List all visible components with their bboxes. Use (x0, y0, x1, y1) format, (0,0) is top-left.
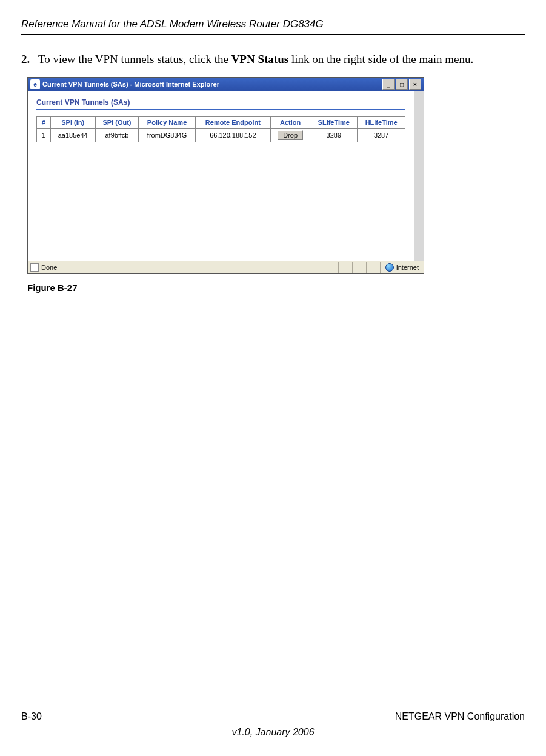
figure-caption: Figure B-27 (27, 283, 525, 293)
page-footer: B-30 NETGEAR VPN Configuration v1.0, Jan… (21, 702, 525, 738)
status-right: Internet (380, 262, 424, 273)
done-icon (30, 263, 39, 272)
browser-content: Current VPN Tunnels (SAs) # SPI (In) SPI… (28, 91, 424, 261)
running-header: Reference Manual for the ADSL Modem Wire… (21, 18, 525, 30)
status-left: Done (28, 263, 338, 272)
table-header-row: # SPI (In) SPI (Out) Policy Name Remote … (37, 117, 405, 129)
minimize-button[interactable]: _ (382, 79, 395, 90)
ie-icon: e (30, 79, 40, 89)
status-bar: Done Internet (28, 261, 424, 273)
panel-divider (36, 109, 405, 110)
status-cell (366, 262, 380, 273)
cell-policy: fromDG834G (139, 129, 196, 142)
step-number: 2. (21, 53, 38, 66)
cell-num: 1 (37, 129, 51, 142)
system-buttons: _ □ × (382, 79, 421, 90)
col-hlife: HLifeTime (358, 117, 405, 129)
header-rule (21, 34, 525, 35)
vpn-tunnels-table: # SPI (In) SPI (Out) Policy Name Remote … (36, 116, 405, 142)
window-title: Current VPN Tunnels (SAs) - Microsoft In… (42, 81, 382, 88)
step-2: 2. To view the VPN tunnels status, click… (21, 53, 525, 66)
status-cell (352, 262, 366, 273)
col-slife: SLifeTime (310, 117, 358, 129)
cell-remote: 66.120.188.152 (195, 129, 270, 142)
step-pre: To view the VPN tunnels status, click th… (38, 53, 231, 65)
browser-window: e Current VPN Tunnels (SAs) - Microsoft … (27, 77, 424, 274)
drop-button[interactable]: Drop (278, 130, 303, 140)
cell-hlife: 3287 (358, 129, 405, 142)
col-remote: Remote Endpoint (195, 117, 270, 129)
cell-slife: 3289 (310, 129, 358, 142)
step-text: To view the VPN tunnels status, click th… (38, 53, 525, 66)
globe-icon (385, 263, 394, 272)
status-cell (338, 262, 352, 273)
table-row: 1 aa185e44 af9bffcb fromDG834G 66.120.18… (37, 129, 405, 142)
page-number: B-30 (21, 711, 42, 722)
cell-spi-in: aa185e44 (50, 129, 95, 142)
col-num: # (37, 117, 51, 129)
col-spi-in: SPI (In) (50, 117, 95, 129)
step-post: link on the right side of the main menu. (288, 53, 473, 65)
close-button[interactable]: × (409, 79, 421, 90)
col-spi-out: SPI (Out) (95, 117, 139, 129)
status-text-left: Done (41, 264, 57, 271)
footer-version: v1.0, January 2006 (21, 727, 525, 738)
col-action: Action (270, 117, 310, 129)
window-titlebar: e Current VPN Tunnels (SAs) - Microsoft … (28, 78, 424, 91)
status-cells (338, 262, 380, 273)
cell-spi-out: af9bffcb (95, 129, 139, 142)
step-bold: VPN Status (231, 53, 288, 65)
maximize-button[interactable]: □ (396, 79, 408, 90)
footer-rule (21, 707, 525, 707)
cell-action: Drop (270, 129, 310, 142)
panel-title: Current VPN Tunnels (SAs) (36, 98, 405, 107)
col-policy: Policy Name (139, 117, 196, 129)
status-text-right: Internet (396, 264, 419, 271)
footer-right: NETGEAR VPN Configuration (395, 711, 525, 722)
